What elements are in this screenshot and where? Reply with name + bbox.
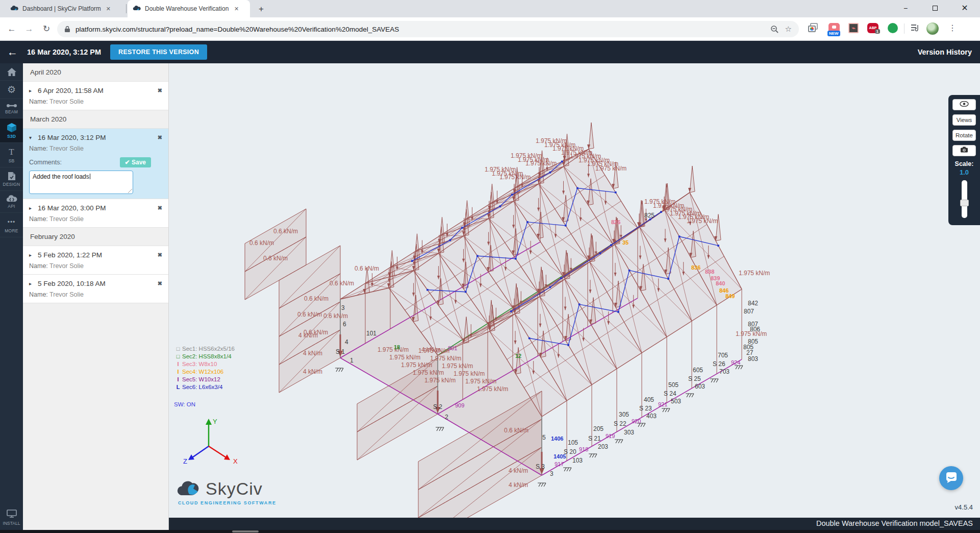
forward-icon[interactable]: → bbox=[22, 22, 36, 36]
zoom-out-icon[interactable] bbox=[770, 25, 779, 34]
sidebar-item-home[interactable] bbox=[0, 63, 23, 81]
model-label: S 21 bbox=[588, 435, 601, 442]
ext-new-icon[interactable]: NEW bbox=[828, 23, 840, 34]
scale-slider-handle[interactable] bbox=[960, 200, 969, 206]
ext-green-icon[interactable] bbox=[888, 23, 899, 34]
model-label: 105 bbox=[568, 439, 578, 446]
model-label: 918 bbox=[579, 446, 588, 452]
new-tab-button[interactable]: + bbox=[255, 4, 267, 16]
model-label: 0.6 kN/m bbox=[263, 255, 288, 262]
legend-row: ISec4: W12x106 bbox=[174, 368, 235, 376]
tab-close-icon[interactable]: ✕ bbox=[106, 6, 111, 12]
model-label: 836 bbox=[691, 264, 700, 271]
model-label: 1.975 kN/m bbox=[687, 217, 718, 225]
sidebar-item-beam[interactable]: BEAM bbox=[0, 99, 23, 118]
section-label: Sec6: L6x6x3/4 bbox=[182, 383, 222, 391]
model-label: 4 bbox=[345, 338, 348, 346]
model-label: 1.975 kN/m bbox=[454, 370, 485, 377]
model-label: 18 bbox=[394, 344, 400, 350]
back-arrow-icon[interactable]: ← bbox=[7, 46, 18, 58]
version-month-header: February 2020 bbox=[23, 228, 168, 246]
ext-pdf-icon[interactable]: ⌁ bbox=[848, 23, 860, 34]
scale-label: Scale: bbox=[948, 160, 980, 167]
sidebar-item-api[interactable]: API bbox=[0, 191, 23, 213]
sidebar-item-more[interactable]: ••• MORE bbox=[0, 213, 23, 237]
expand-caret-icon[interactable]: ▸ bbox=[29, 205, 34, 211]
skyciv-logo: SkyCiv CLOUD ENGINEERING SOFTWARE bbox=[175, 478, 277, 505]
version-entry[interactable]: ▸5 Feb 2020, 10:18 AM✖Name: Trevor Solie bbox=[23, 275, 168, 303]
version-author: Name: Trevor Solie bbox=[29, 291, 162, 298]
window-close-button[interactable]: ✕ bbox=[953, 0, 976, 17]
browser-tab-dashboard[interactable]: Dashboard | SkyCiv Platform ✕ bbox=[5, 0, 127, 17]
address-bar[interactable]: platform.skyciv.com/structural?preload_n… bbox=[57, 21, 799, 37]
model-label: 6 bbox=[343, 321, 346, 328]
delete-version-icon[interactable]: ✖ bbox=[158, 87, 162, 94]
sidebar-item-sb[interactable]: T SB bbox=[0, 143, 23, 167]
save-comment-button[interactable]: ✔ Save bbox=[120, 157, 151, 167]
model-canvas[interactable]: 1.975 kN/m1.975 kN/m1.975 kN/m1.975 kN/m… bbox=[169, 63, 980, 530]
comment-textarea[interactable]: Added the roof loads bbox=[29, 171, 133, 194]
model-label: 1.975 kN/m bbox=[442, 362, 473, 370]
ext-tabs-icon[interactable] bbox=[808, 23, 819, 34]
section-legend: □Sec1: HSS6x2x5/16□Sec2: HSS8x8x1/4ISec3… bbox=[174, 345, 235, 391]
expand-caret-icon[interactable]: ▾ bbox=[29, 135, 34, 140]
horizontal-scrollbar[interactable] bbox=[0, 530, 980, 533]
reload-icon[interactable]: ↻ bbox=[40, 22, 53, 36]
selected-version-timestamp: 16 Mar 2020, 3:12 PM bbox=[27, 48, 101, 56]
bookmark-star-icon[interactable]: ☆ bbox=[785, 25, 792, 34]
model-label: 0.6 kN/m bbox=[304, 295, 329, 302]
version-entry[interactable]: ▸16 Mar 2020, 3:00 PM✖Name: Trevor Solie bbox=[23, 199, 168, 228]
browser-menu-icon[interactable]: ⋮ bbox=[947, 23, 958, 34]
window-restore-button[interactable] bbox=[923, 0, 947, 17]
sidebar-item-s3d[interactable]: S3D bbox=[0, 118, 23, 143]
delete-version-icon[interactable]: ✖ bbox=[158, 252, 162, 258]
delete-version-icon[interactable]: ✖ bbox=[158, 205, 162, 211]
model-label: 1405 bbox=[554, 453, 566, 459]
section-glyph: L bbox=[174, 383, 182, 391]
tab-close-icon[interactable]: ✕ bbox=[234, 6, 239, 12]
back-icon[interactable]: ← bbox=[5, 22, 18, 36]
version-entry[interactable]: ▸5 Feb 2020, 1:22 PM✖Name: Trevor Solie bbox=[23, 246, 168, 275]
model-label: 203 bbox=[598, 443, 608, 450]
scrollbar-handle[interactable] bbox=[232, 530, 259, 532]
chat-bubble-button[interactable] bbox=[939, 466, 963, 490]
version-author: Name: Trevor Solie bbox=[29, 215, 162, 223]
model-label: S 26 bbox=[713, 360, 725, 368]
model-label: 0.6 kN/m bbox=[330, 280, 354, 287]
expand-caret-icon[interactable]: ▸ bbox=[29, 88, 34, 93]
sidebar-item-design[interactable]: DESIGN bbox=[0, 167, 23, 191]
delete-version-icon[interactable]: ✖ bbox=[158, 280, 162, 287]
visibility-button[interactable] bbox=[952, 99, 976, 110]
sidebar-item-settings[interactable]: ⚙ bbox=[0, 81, 23, 99]
structural-model-3d-view[interactable]: 1.975 kN/m1.975 kN/m1.975 kN/m1.975 kN/m… bbox=[169, 63, 980, 518]
more-dots-icon: ••• bbox=[0, 217, 23, 227]
browser-tab-model[interactable]: Double Warehouse Verification m ✕ bbox=[128, 0, 250, 17]
model-label: 1.975 kN/m bbox=[465, 378, 496, 385]
version-entry[interactable]: ▸6 Apr 2020, 11:58 AM✖Name: Trevor Solie bbox=[23, 82, 168, 110]
model-label: S 25 bbox=[688, 375, 701, 382]
model-label: 1.975 kN/m bbox=[499, 174, 531, 181]
sidebar-item-install[interactable]: INSTALL bbox=[0, 510, 23, 526]
gear-icon: ⚙ bbox=[0, 85, 23, 95]
delete-version-icon[interactable]: ✖ bbox=[158, 134, 162, 141]
tab-title: Double Warehouse Verification m bbox=[145, 5, 229, 12]
profile-avatar[interactable] bbox=[926, 22, 939, 35]
version-entry[interactable]: ▾16 Mar 2020, 3:12 PM✖Name: Trevor Solie… bbox=[23, 129, 168, 199]
version-date: 16 Mar 2020, 3:12 PM bbox=[38, 134, 106, 141]
window-minimize-button[interactable]: − bbox=[894, 0, 917, 17]
scale-slider[interactable] bbox=[962, 180, 967, 218]
rotate-button[interactable]: Rotate bbox=[952, 130, 976, 141]
model-label: 4 kN/m bbox=[298, 332, 318, 339]
restore-version-button[interactable]: RESTORE THIS VERSION bbox=[110, 44, 207, 60]
expand-caret-icon[interactable]: ▸ bbox=[29, 281, 34, 286]
model-label: S 24 bbox=[664, 390, 676, 397]
model-label: 1.975 kN/m bbox=[525, 160, 557, 167]
axis-y-label: Y bbox=[213, 418, 217, 425]
views-button[interactable]: Views bbox=[952, 114, 976, 126]
reading-list-icon[interactable] bbox=[910, 23, 921, 34]
screenshot-button[interactable] bbox=[952, 145, 976, 156]
axis-z-label: Z bbox=[183, 457, 187, 465]
expand-caret-icon[interactable]: ▸ bbox=[29, 252, 34, 258]
ext-abp-icon[interactable]: ABP 1 bbox=[867, 23, 878, 34]
model-label: 1406 bbox=[551, 435, 563, 442]
